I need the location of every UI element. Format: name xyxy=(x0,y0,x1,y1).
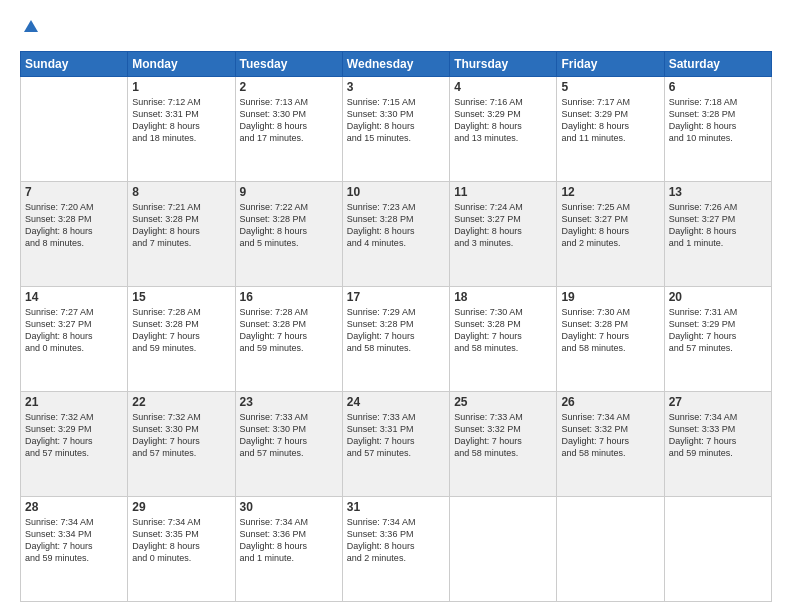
day-number: 29 xyxy=(132,500,230,514)
day-number: 25 xyxy=(454,395,552,409)
calendar-cell: 27Sunrise: 7:34 AMSunset: 3:33 PMDayligh… xyxy=(664,392,771,497)
calendar-cell: 23Sunrise: 7:33 AMSunset: 3:30 PMDayligh… xyxy=(235,392,342,497)
logo-text xyxy=(20,18,40,41)
calendar-cell: 18Sunrise: 7:30 AMSunset: 3:28 PMDayligh… xyxy=(450,287,557,392)
day-number: 27 xyxy=(669,395,767,409)
calendar-cell: 1Sunrise: 7:12 AMSunset: 3:31 PMDaylight… xyxy=(128,77,235,182)
day-info: Sunrise: 7:27 AMSunset: 3:27 PMDaylight:… xyxy=(25,306,123,355)
calendar-cell: 20Sunrise: 7:31 AMSunset: 3:29 PMDayligh… xyxy=(664,287,771,392)
calendar-cell: 16Sunrise: 7:28 AMSunset: 3:28 PMDayligh… xyxy=(235,287,342,392)
day-info: Sunrise: 7:28 AMSunset: 3:28 PMDaylight:… xyxy=(132,306,230,355)
day-info: Sunrise: 7:23 AMSunset: 3:28 PMDaylight:… xyxy=(347,201,445,250)
day-number: 19 xyxy=(561,290,659,304)
day-info: Sunrise: 7:29 AMSunset: 3:28 PMDaylight:… xyxy=(347,306,445,355)
calendar-cell: 8Sunrise: 7:21 AMSunset: 3:28 PMDaylight… xyxy=(128,182,235,287)
day-number: 2 xyxy=(240,80,338,94)
day-number: 4 xyxy=(454,80,552,94)
day-number: 16 xyxy=(240,290,338,304)
day-number: 5 xyxy=(561,80,659,94)
day-number: 24 xyxy=(347,395,445,409)
day-info: Sunrise: 7:21 AMSunset: 3:28 PMDaylight:… xyxy=(132,201,230,250)
calendar-cell: 25Sunrise: 7:33 AMSunset: 3:32 PMDayligh… xyxy=(450,392,557,497)
day-info: Sunrise: 7:34 AMSunset: 3:34 PMDaylight:… xyxy=(25,516,123,565)
calendar-cell: 24Sunrise: 7:33 AMSunset: 3:31 PMDayligh… xyxy=(342,392,449,497)
day-info: Sunrise: 7:31 AMSunset: 3:29 PMDaylight:… xyxy=(669,306,767,355)
calendar-cell: 6Sunrise: 7:18 AMSunset: 3:28 PMDaylight… xyxy=(664,77,771,182)
calendar-week-2: 7Sunrise: 7:20 AMSunset: 3:28 PMDaylight… xyxy=(21,182,772,287)
day-number: 18 xyxy=(454,290,552,304)
calendar-header-row: SundayMondayTuesdayWednesdayThursdayFrid… xyxy=(21,52,772,77)
day-number: 1 xyxy=(132,80,230,94)
calendar-header-saturday: Saturday xyxy=(664,52,771,77)
day-number: 28 xyxy=(25,500,123,514)
page: SundayMondayTuesdayWednesdayThursdayFrid… xyxy=(0,0,792,612)
calendar-cell xyxy=(664,497,771,602)
calendar-header-sunday: Sunday xyxy=(21,52,128,77)
calendar-header-monday: Monday xyxy=(128,52,235,77)
day-info: Sunrise: 7:33 AMSunset: 3:32 PMDaylight:… xyxy=(454,411,552,460)
day-info: Sunrise: 7:25 AMSunset: 3:27 PMDaylight:… xyxy=(561,201,659,250)
calendar-cell: 17Sunrise: 7:29 AMSunset: 3:28 PMDayligh… xyxy=(342,287,449,392)
day-info: Sunrise: 7:28 AMSunset: 3:28 PMDaylight:… xyxy=(240,306,338,355)
calendar-cell: 12Sunrise: 7:25 AMSunset: 3:27 PMDayligh… xyxy=(557,182,664,287)
day-number: 21 xyxy=(25,395,123,409)
day-info: Sunrise: 7:34 AMSunset: 3:32 PMDaylight:… xyxy=(561,411,659,460)
day-info: Sunrise: 7:33 AMSunset: 3:31 PMDaylight:… xyxy=(347,411,445,460)
calendar-header-thursday: Thursday xyxy=(450,52,557,77)
calendar-cell: 15Sunrise: 7:28 AMSunset: 3:28 PMDayligh… xyxy=(128,287,235,392)
day-number: 15 xyxy=(132,290,230,304)
day-info: Sunrise: 7:15 AMSunset: 3:30 PMDaylight:… xyxy=(347,96,445,145)
calendar-cell xyxy=(557,497,664,602)
calendar-header-friday: Friday xyxy=(557,52,664,77)
calendar-cell: 10Sunrise: 7:23 AMSunset: 3:28 PMDayligh… xyxy=(342,182,449,287)
calendar-header-wednesday: Wednesday xyxy=(342,52,449,77)
calendar-cell: 5Sunrise: 7:17 AMSunset: 3:29 PMDaylight… xyxy=(557,77,664,182)
day-number: 31 xyxy=(347,500,445,514)
calendar-cell: 14Sunrise: 7:27 AMSunset: 3:27 PMDayligh… xyxy=(21,287,128,392)
day-number: 30 xyxy=(240,500,338,514)
day-number: 20 xyxy=(669,290,767,304)
day-info: Sunrise: 7:30 AMSunset: 3:28 PMDaylight:… xyxy=(561,306,659,355)
day-info: Sunrise: 7:34 AMSunset: 3:35 PMDaylight:… xyxy=(132,516,230,565)
day-number: 12 xyxy=(561,185,659,199)
day-info: Sunrise: 7:32 AMSunset: 3:30 PMDaylight:… xyxy=(132,411,230,460)
day-number: 7 xyxy=(25,185,123,199)
calendar-cell: 13Sunrise: 7:26 AMSunset: 3:27 PMDayligh… xyxy=(664,182,771,287)
calendar-cell: 30Sunrise: 7:34 AMSunset: 3:36 PMDayligh… xyxy=(235,497,342,602)
calendar-cell: 7Sunrise: 7:20 AMSunset: 3:28 PMDaylight… xyxy=(21,182,128,287)
day-info: Sunrise: 7:30 AMSunset: 3:28 PMDaylight:… xyxy=(454,306,552,355)
calendar-table: SundayMondayTuesdayWednesdayThursdayFrid… xyxy=(20,51,772,602)
day-number: 11 xyxy=(454,185,552,199)
calendar-cell: 28Sunrise: 7:34 AMSunset: 3:34 PMDayligh… xyxy=(21,497,128,602)
calendar-cell xyxy=(450,497,557,602)
day-info: Sunrise: 7:20 AMSunset: 3:28 PMDaylight:… xyxy=(25,201,123,250)
calendar-week-5: 28Sunrise: 7:34 AMSunset: 3:34 PMDayligh… xyxy=(21,497,772,602)
day-info: Sunrise: 7:32 AMSunset: 3:29 PMDaylight:… xyxy=(25,411,123,460)
calendar-cell: 11Sunrise: 7:24 AMSunset: 3:27 PMDayligh… xyxy=(450,182,557,287)
day-number: 10 xyxy=(347,185,445,199)
logo xyxy=(20,18,40,41)
calendar-cell: 3Sunrise: 7:15 AMSunset: 3:30 PMDaylight… xyxy=(342,77,449,182)
day-info: Sunrise: 7:17 AMSunset: 3:29 PMDaylight:… xyxy=(561,96,659,145)
day-info: Sunrise: 7:22 AMSunset: 3:28 PMDaylight:… xyxy=(240,201,338,250)
calendar-cell: 26Sunrise: 7:34 AMSunset: 3:32 PMDayligh… xyxy=(557,392,664,497)
day-info: Sunrise: 7:26 AMSunset: 3:27 PMDaylight:… xyxy=(669,201,767,250)
day-info: Sunrise: 7:12 AMSunset: 3:31 PMDaylight:… xyxy=(132,96,230,145)
calendar-cell: 22Sunrise: 7:32 AMSunset: 3:30 PMDayligh… xyxy=(128,392,235,497)
calendar-cell xyxy=(21,77,128,182)
day-number: 9 xyxy=(240,185,338,199)
calendar-cell: 19Sunrise: 7:30 AMSunset: 3:28 PMDayligh… xyxy=(557,287,664,392)
day-info: Sunrise: 7:16 AMSunset: 3:29 PMDaylight:… xyxy=(454,96,552,145)
day-number: 26 xyxy=(561,395,659,409)
day-info: Sunrise: 7:34 AMSunset: 3:36 PMDaylight:… xyxy=(347,516,445,565)
day-info: Sunrise: 7:34 AMSunset: 3:33 PMDaylight:… xyxy=(669,411,767,460)
day-number: 14 xyxy=(25,290,123,304)
day-number: 8 xyxy=(132,185,230,199)
day-info: Sunrise: 7:13 AMSunset: 3:30 PMDaylight:… xyxy=(240,96,338,145)
day-number: 6 xyxy=(669,80,767,94)
calendar-week-3: 14Sunrise: 7:27 AMSunset: 3:27 PMDayligh… xyxy=(21,287,772,392)
day-info: Sunrise: 7:34 AMSunset: 3:36 PMDaylight:… xyxy=(240,516,338,565)
logo-icon xyxy=(22,18,40,41)
calendar-header-tuesday: Tuesday xyxy=(235,52,342,77)
day-info: Sunrise: 7:33 AMSunset: 3:30 PMDaylight:… xyxy=(240,411,338,460)
